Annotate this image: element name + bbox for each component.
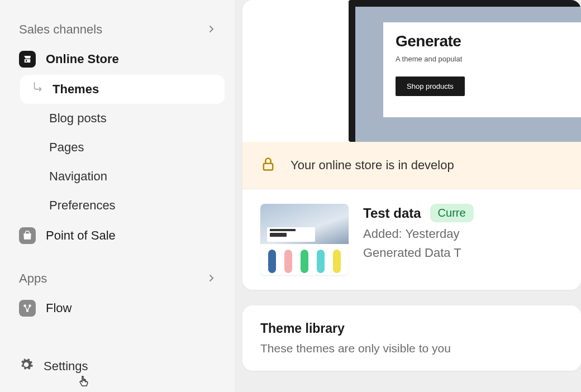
sales-channels-header[interactable]: Sales channels bbox=[10, 16, 225, 44]
product-swatch bbox=[268, 250, 276, 273]
flow-label: Flow bbox=[46, 301, 72, 315]
sidebar-item-blog-posts[interactable]: Blog posts bbox=[39, 104, 225, 133]
sidebar-item-themes[interactable]: Themes bbox=[20, 75, 225, 104]
theme-added-date: Added: Yesterday bbox=[363, 227, 474, 241]
theme-meta: Test data Curre Added: Yesterday Generat… bbox=[363, 204, 474, 260]
svg-rect-3 bbox=[264, 164, 273, 170]
tree-branch-icon bbox=[32, 82, 45, 97]
chevron-right-icon bbox=[207, 22, 216, 37]
point-of-sale-label: Point of Sale bbox=[46, 228, 116, 243]
settings-label: Settings bbox=[44, 359, 88, 374]
lock-icon bbox=[260, 156, 276, 174]
product-swatch bbox=[284, 250, 292, 273]
sidebar-item-preferences[interactable]: Preferences bbox=[39, 191, 225, 220]
theme-preview-content: Generate A theme and populat Shop produc… bbox=[383, 22, 581, 117]
flow-icon bbox=[19, 300, 36, 317]
current-badge: Curre bbox=[430, 204, 474, 222]
theme-preview-frame: Generate A theme and populat Shop produc… bbox=[349, 0, 581, 142]
apps-label: Apps bbox=[19, 271, 47, 286]
blog-posts-label: Blog posts bbox=[49, 111, 107, 126]
store-icon bbox=[19, 51, 36, 68]
banner-text: Your online store is in develop bbox=[290, 158, 454, 173]
preview-subheading: A theme and populat bbox=[396, 55, 581, 63]
library-subtitle: These themes are only visible to you bbox=[260, 342, 563, 355]
sidebar: Sales channels Online Store Themes Blog … bbox=[0, 0, 235, 392]
sidebar-item-navigation[interactable]: Navigation bbox=[39, 162, 225, 191]
product-swatch bbox=[317, 250, 325, 273]
sidebar-item-flow[interactable]: Flow bbox=[10, 293, 225, 324]
current-theme-row: Test data Curre Added: Yesterday Generat… bbox=[242, 189, 581, 290]
apps-header[interactable]: Apps bbox=[10, 265, 225, 293]
current-theme-card: Generate A theme and populat Shop produc… bbox=[242, 0, 581, 290]
shopping-bag-icon bbox=[19, 227, 36, 244]
pages-label: Pages bbox=[49, 140, 84, 155]
main-content: Generate A theme and populat Shop produc… bbox=[235, 0, 581, 392]
themes-label: Themes bbox=[53, 82, 99, 97]
library-title: Theme library bbox=[260, 321, 563, 336]
online-store-subnav: Themes bbox=[13, 75, 225, 104]
product-swatch bbox=[301, 250, 308, 273]
product-swatch bbox=[333, 250, 341, 273]
navigation-label: Navigation bbox=[49, 169, 107, 184]
theme-name: Test data bbox=[363, 205, 421, 221]
sales-channels-label: Sales channels bbox=[19, 22, 102, 37]
development-banner: Your online store is in develop bbox=[242, 142, 581, 189]
theme-generated-info: Generated Data T bbox=[363, 246, 474, 260]
preferences-label: Preferences bbox=[49, 198, 116, 213]
theme-thumbnail[interactable] bbox=[260, 204, 349, 275]
chevron-right-icon bbox=[207, 271, 216, 286]
sidebar-item-pages[interactable]: Pages bbox=[39, 133, 225, 162]
sidebar-item-point-of-sale[interactable]: Point of Sale bbox=[10, 220, 225, 251]
shop-products-button[interactable]: Shop products bbox=[396, 77, 465, 96]
online-store-sublist: Blog posts Pages Navigation Preferences bbox=[10, 104, 225, 220]
gear-icon bbox=[19, 357, 34, 375]
theme-library-card: Theme library These themes are only visi… bbox=[242, 305, 581, 371]
online-store-label: Online Store bbox=[46, 52, 119, 66]
thumbnail-products bbox=[260, 244, 349, 275]
sidebar-item-settings[interactable]: Settings bbox=[10, 348, 225, 384]
preview-heading: Generate bbox=[396, 32, 581, 50]
sidebar-item-online-store[interactable]: Online Store bbox=[10, 44, 225, 75]
